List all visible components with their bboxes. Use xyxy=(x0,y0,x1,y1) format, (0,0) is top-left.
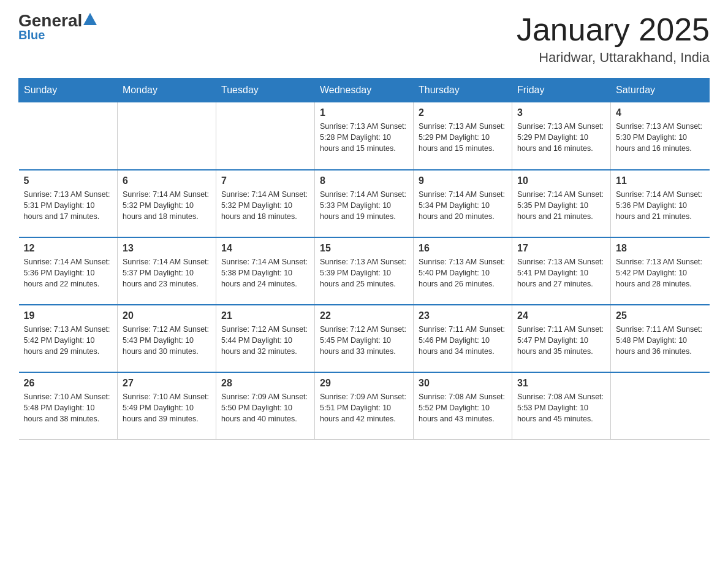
logo-text-general: General xyxy=(18,12,82,29)
day-number: 21 xyxy=(221,310,309,321)
day-number: 16 xyxy=(419,243,507,254)
calendar-cell: 20Sunrise: 7:12 AM Sunset: 5:43 PM Dayli… xyxy=(118,305,216,372)
day-info: Sunrise: 7:14 AM Sunset: 5:34 PM Dayligh… xyxy=(419,189,507,222)
calendar-row-1: 1Sunrise: 7:13 AM Sunset: 5:28 PM Daylig… xyxy=(19,102,710,170)
title-block: January 2025 Haridwar, Uttarakhand, Indi… xyxy=(517,12,710,66)
day-number: 7 xyxy=(221,175,309,186)
calendar-cell xyxy=(19,102,118,170)
day-info: Sunrise: 7:08 AM Sunset: 5:52 PM Dayligh… xyxy=(419,391,507,424)
col-friday: Friday xyxy=(512,79,611,102)
calendar-cell: 22Sunrise: 7:12 AM Sunset: 5:45 PM Dayli… xyxy=(315,305,414,372)
calendar-cell: 5Sunrise: 7:13 AM Sunset: 5:31 PM Daylig… xyxy=(19,170,118,237)
calendar-row-3: 12Sunrise: 7:14 AM Sunset: 5:36 PM Dayli… xyxy=(19,237,710,305)
day-info: Sunrise: 7:09 AM Sunset: 5:50 PM Dayligh… xyxy=(221,391,309,424)
calendar-cell: 13Sunrise: 7:14 AM Sunset: 5:37 PM Dayli… xyxy=(118,237,216,305)
svg-marker-0 xyxy=(83,13,97,25)
day-number: 3 xyxy=(517,107,605,118)
day-info: Sunrise: 7:10 AM Sunset: 5:48 PM Dayligh… xyxy=(24,391,113,424)
calendar-cell: 26Sunrise: 7:10 AM Sunset: 5:48 PM Dayli… xyxy=(19,372,118,440)
day-info: Sunrise: 7:13 AM Sunset: 5:29 PM Dayligh… xyxy=(517,121,605,154)
calendar-title: January 2025 xyxy=(517,12,710,47)
day-number: 28 xyxy=(221,378,309,389)
calendar-cell: 2Sunrise: 7:13 AM Sunset: 5:29 PM Daylig… xyxy=(414,102,512,170)
day-number: 25 xyxy=(616,310,705,321)
col-tuesday: Tuesday xyxy=(216,79,315,102)
day-info: Sunrise: 7:13 AM Sunset: 5:31 PM Dayligh… xyxy=(24,189,113,222)
calendar-cell: 12Sunrise: 7:14 AM Sunset: 5:36 PM Dayli… xyxy=(19,237,118,305)
calendar-cell: 28Sunrise: 7:09 AM Sunset: 5:50 PM Dayli… xyxy=(216,372,315,440)
calendar-cell: 29Sunrise: 7:09 AM Sunset: 5:51 PM Dayli… xyxy=(315,372,414,440)
day-info: Sunrise: 7:13 AM Sunset: 5:28 PM Dayligh… xyxy=(320,121,408,154)
day-info: Sunrise: 7:13 AM Sunset: 5:42 PM Dayligh… xyxy=(24,324,113,357)
day-info: Sunrise: 7:14 AM Sunset: 5:32 PM Dayligh… xyxy=(123,189,211,222)
day-info: Sunrise: 7:12 AM Sunset: 5:45 PM Dayligh… xyxy=(320,324,408,357)
calendar-cell: 31Sunrise: 7:08 AM Sunset: 5:53 PM Dayli… xyxy=(512,372,611,440)
calendar-cell: 27Sunrise: 7:10 AM Sunset: 5:49 PM Dayli… xyxy=(118,372,216,440)
calendar-row-2: 5Sunrise: 7:13 AM Sunset: 5:31 PM Daylig… xyxy=(19,170,710,237)
calendar-cell: 3Sunrise: 7:13 AM Sunset: 5:29 PM Daylig… xyxy=(512,102,611,170)
day-number: 24 xyxy=(517,310,605,321)
day-info: Sunrise: 7:11 AM Sunset: 5:48 PM Dayligh… xyxy=(616,324,705,357)
day-number: 10 xyxy=(517,175,605,186)
day-info: Sunrise: 7:12 AM Sunset: 5:44 PM Dayligh… xyxy=(221,324,309,357)
day-number: 4 xyxy=(616,107,705,118)
day-info: Sunrise: 7:09 AM Sunset: 5:51 PM Dayligh… xyxy=(320,391,408,424)
day-info: Sunrise: 7:12 AM Sunset: 5:43 PM Dayligh… xyxy=(123,324,211,357)
day-info: Sunrise: 7:14 AM Sunset: 5:36 PM Dayligh… xyxy=(616,189,705,222)
day-number: 19 xyxy=(24,310,113,321)
calendar-cell: 10Sunrise: 7:14 AM Sunset: 5:35 PM Dayli… xyxy=(512,170,611,237)
day-number: 20 xyxy=(123,310,211,321)
day-number: 27 xyxy=(123,378,211,389)
day-number: 2 xyxy=(419,107,507,118)
calendar-cell: 16Sunrise: 7:13 AM Sunset: 5:40 PM Dayli… xyxy=(414,237,512,305)
col-thursday: Thursday xyxy=(414,79,512,102)
calendar-cell: 9Sunrise: 7:14 AM Sunset: 5:34 PM Daylig… xyxy=(414,170,512,237)
col-saturday: Saturday xyxy=(611,79,710,102)
calendar-row-4: 19Sunrise: 7:13 AM Sunset: 5:42 PM Dayli… xyxy=(19,305,710,372)
day-info: Sunrise: 7:13 AM Sunset: 5:39 PM Dayligh… xyxy=(320,256,408,289)
day-info: Sunrise: 7:13 AM Sunset: 5:40 PM Dayligh… xyxy=(419,256,507,289)
day-info: Sunrise: 7:14 AM Sunset: 5:33 PM Dayligh… xyxy=(320,189,408,222)
calendar-cell: 15Sunrise: 7:13 AM Sunset: 5:39 PM Dayli… xyxy=(315,237,414,305)
col-monday: Monday xyxy=(118,79,216,102)
calendar-cell xyxy=(611,372,710,440)
calendar-cell: 14Sunrise: 7:14 AM Sunset: 5:38 PM Dayli… xyxy=(216,237,315,305)
day-number: 9 xyxy=(419,175,507,186)
day-number: 22 xyxy=(320,310,408,321)
day-info: Sunrise: 7:14 AM Sunset: 5:37 PM Dayligh… xyxy=(123,256,211,289)
calendar-cell: 19Sunrise: 7:13 AM Sunset: 5:42 PM Dayli… xyxy=(19,305,118,372)
calendar-cell: 8Sunrise: 7:14 AM Sunset: 5:33 PM Daylig… xyxy=(315,170,414,237)
day-number: 12 xyxy=(24,243,113,254)
calendar-row-5: 26Sunrise: 7:10 AM Sunset: 5:48 PM Dayli… xyxy=(19,372,710,440)
day-info: Sunrise: 7:14 AM Sunset: 5:36 PM Dayligh… xyxy=(24,256,113,289)
day-number: 18 xyxy=(616,243,705,254)
day-info: Sunrise: 7:14 AM Sunset: 5:38 PM Dayligh… xyxy=(221,256,309,289)
day-number: 1 xyxy=(320,107,408,118)
day-info: Sunrise: 7:08 AM Sunset: 5:53 PM Dayligh… xyxy=(517,391,605,424)
day-number: 5 xyxy=(24,175,113,186)
calendar-cell: 21Sunrise: 7:12 AM Sunset: 5:44 PM Dayli… xyxy=(216,305,315,372)
calendar-cell: 30Sunrise: 7:08 AM Sunset: 5:52 PM Dayli… xyxy=(414,372,512,440)
day-info: Sunrise: 7:11 AM Sunset: 5:46 PM Dayligh… xyxy=(419,324,507,357)
day-number: 13 xyxy=(123,243,211,254)
calendar-cell: 25Sunrise: 7:11 AM Sunset: 5:48 PM Dayli… xyxy=(611,305,710,372)
day-number: 6 xyxy=(123,175,211,186)
calendar-cell: 17Sunrise: 7:13 AM Sunset: 5:41 PM Dayli… xyxy=(512,237,611,305)
calendar-cell: 11Sunrise: 7:14 AM Sunset: 5:36 PM Dayli… xyxy=(611,170,710,237)
logo-text-blue: Blue xyxy=(18,28,45,42)
day-number: 29 xyxy=(320,378,408,389)
calendar-cell: 6Sunrise: 7:14 AM Sunset: 5:32 PM Daylig… xyxy=(118,170,216,237)
day-info: Sunrise: 7:10 AM Sunset: 5:49 PM Dayligh… xyxy=(123,391,211,424)
logo: General Blue xyxy=(18,12,97,42)
logo-triangle-icon xyxy=(83,13,97,25)
day-info: Sunrise: 7:13 AM Sunset: 5:30 PM Dayligh… xyxy=(616,121,705,154)
calendar-table: Sunday Monday Tuesday Wednesday Thursday… xyxy=(18,78,710,440)
calendar-cell: 24Sunrise: 7:11 AM Sunset: 5:47 PM Dayli… xyxy=(512,305,611,372)
day-number: 23 xyxy=(419,310,507,321)
calendar-cell: 18Sunrise: 7:13 AM Sunset: 5:42 PM Dayli… xyxy=(611,237,710,305)
day-info: Sunrise: 7:13 AM Sunset: 5:41 PM Dayligh… xyxy=(517,256,605,289)
day-number: 14 xyxy=(221,243,309,254)
day-number: 11 xyxy=(616,175,705,186)
calendar-header-row: Sunday Monday Tuesday Wednesday Thursday… xyxy=(19,79,710,102)
calendar-cell: 7Sunrise: 7:14 AM Sunset: 5:32 PM Daylig… xyxy=(216,170,315,237)
